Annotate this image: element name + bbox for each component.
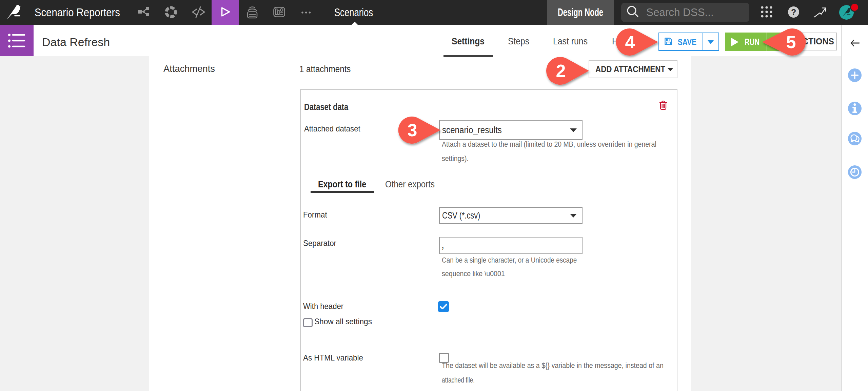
svg-text:4: 4 xyxy=(625,32,635,52)
svg-text:5: 5 xyxy=(786,32,796,52)
svg-text:2: 2 xyxy=(556,61,566,81)
svg-text:3: 3 xyxy=(408,120,417,140)
